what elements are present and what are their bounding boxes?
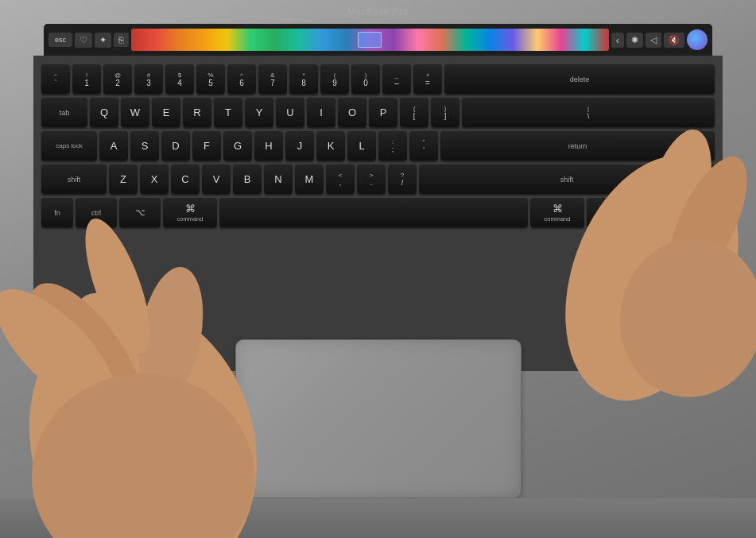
key-arrow-up-down: ▲ ▼ <box>659 198 686 226</box>
key-j[interactable]: J <box>285 130 314 161</box>
key-caps-lock[interactable]: caps lock <box>41 130 97 161</box>
key-option-left[interactable]: ⌥ <box>119 197 161 227</box>
esc-key[interactable]: esc <box>48 33 72 47</box>
key-u[interactable]: U <box>276 97 304 127</box>
key-v[interactable]: V <box>202 164 231 194</box>
key-t[interactable]: T <box>214 97 242 127</box>
key-bracket-right[interactable]: } ] <box>431 97 459 127</box>
key-minus[interactable]: _ – <box>382 64 411 94</box>
key-s[interactable]: S <box>130 130 159 161</box>
key-r[interactable]: R <box>183 97 211 127</box>
key-backslash[interactable]: | \ <box>462 97 715 127</box>
key-w[interactable]: W <box>121 97 149 127</box>
key-7[interactable]: & 7 <box>258 64 287 94</box>
macbook-label: MacBook Pro <box>347 6 409 16</box>
tb-copy-icon[interactable]: ⎘ <box>114 33 129 47</box>
key-period[interactable]: > . <box>357 164 386 194</box>
tb-siri-icon[interactable] <box>687 29 708 50</box>
key-tab[interactable]: tab <box>41 97 87 127</box>
key-grave[interactable]: ~ ` <box>41 64 70 94</box>
key-3[interactable]: # 3 <box>134 64 163 94</box>
key-k[interactable]: K <box>316 130 345 161</box>
key-9[interactable]: ( 9 <box>320 64 349 94</box>
tb-heart-icon[interactable]: ♡ <box>75 33 92 48</box>
key-1[interactable]: ! 1 <box>72 64 101 94</box>
key-h[interactable]: H <box>254 130 283 161</box>
key-arrow-left[interactable]: ◀ <box>630 206 657 219</box>
key-delete[interactable]: delete <box>444 64 715 94</box>
tb-mute-icon[interactable]: 🔇 <box>664 33 684 48</box>
key-x[interactable]: X <box>140 164 169 194</box>
tb-brightness-icon[interactable]: ✺ <box>626 33 643 48</box>
key-i[interactable]: I <box>307 97 335 127</box>
tb-back-icon[interactable]: ‹ <box>611 33 624 48</box>
key-0[interactable]: ) 0 <box>351 64 380 94</box>
key-shift-left[interactable]: shift <box>41 164 107 194</box>
zxcv-row: shift Z X C V B N M < , > . ? / shift <box>41 164 715 194</box>
key-6[interactable]: ^ 6 <box>227 64 256 94</box>
key-o[interactable]: O <box>338 97 366 127</box>
key-d[interactable]: D <box>161 130 190 161</box>
key-equals[interactable]: + = <box>413 64 442 94</box>
key-option-right[interactable]: ⌥ option <box>587 197 628 227</box>
trackpad[interactable] <box>235 339 521 498</box>
key-f[interactable]: F <box>192 130 221 161</box>
key-n[interactable]: N <box>264 164 293 194</box>
key-2[interactable]: @ 2 <box>103 64 132 94</box>
key-return[interactable]: return <box>440 130 715 161</box>
key-p[interactable]: P <box>369 97 397 127</box>
laptop-bottom-edge <box>0 498 756 538</box>
key-q[interactable]: Q <box>90 97 118 127</box>
asdf-row: caps lock A S D F G H J K L : ; " ' retu… <box>41 130 715 161</box>
key-ctrl[interactable]: ctrl <box>76 197 117 227</box>
key-m[interactable]: M <box>295 164 324 194</box>
key-g[interactable]: G <box>223 130 252 161</box>
arrow-keys: ◀ ▲ ▼ ▶ <box>630 197 715 227</box>
key-command-right[interactable]: ⌘ command <box>530 197 584 227</box>
key-slash[interactable]: ? / <box>388 164 417 194</box>
key-a[interactable]: A <box>99 130 128 161</box>
key-5[interactable]: % 5 <box>196 64 225 94</box>
tb-volume-icon[interactable]: ◁ <box>646 33 661 48</box>
number-row: ~ ` ! 1 @ 2 # 3 $ 4 % 5 <box>41 64 715 94</box>
key-quote[interactable]: " ' <box>409 130 438 161</box>
key-arrow-up[interactable]: ▲ <box>659 198 686 211</box>
key-semicolon[interactable]: : ; <box>378 130 407 161</box>
key-arrow-right[interactable]: ▶ <box>688 206 715 219</box>
key-y[interactable]: Y <box>245 97 273 127</box>
key-b[interactable]: B <box>233 164 262 194</box>
key-arrow-down[interactable]: ▼ <box>659 213 686 226</box>
key-space[interactable] <box>219 197 528 227</box>
key-command-left[interactable]: ⌘ command <box>163 197 217 227</box>
bottom-row: fn ctrl ⌥ ⌘ command ⌘ command ⌥ option ◀ <box>41 197 715 227</box>
key-fn[interactable]: fn <box>41 197 73 227</box>
key-e[interactable]: E <box>152 97 180 127</box>
qwerty-row: tab Q W E R T Y U I O P { [ } ] | \ <box>41 97 715 127</box>
tb-wand-icon[interactable]: ✦ <box>95 33 111 48</box>
touch-bar: esc ♡ ✦ ⎘ ‹ ✺ ◁ 🔇 <box>44 24 712 56</box>
tb-color-strip <box>131 29 609 51</box>
key-8[interactable]: * 8 <box>289 64 318 94</box>
key-comma[interactable]: < , <box>326 164 355 194</box>
key-bracket-left[interactable]: { [ <box>400 97 428 127</box>
key-shift-right[interactable]: shift <box>419 164 715 194</box>
key-4[interactable]: $ 4 <box>165 64 194 94</box>
key-l[interactable]: L <box>347 130 376 161</box>
key-z[interactable]: Z <box>109 164 138 194</box>
keyboard-bezel: ~ ` ! 1 @ 2 # 3 $ 4 % 5 <box>33 56 723 371</box>
key-c[interactable]: C <box>171 164 200 194</box>
laptop-body: MacBook Pro esc ♡ ✦ ⎘ ‹ ✺ ◁ 🔇 ~ ` ! 1 <box>0 0 756 538</box>
